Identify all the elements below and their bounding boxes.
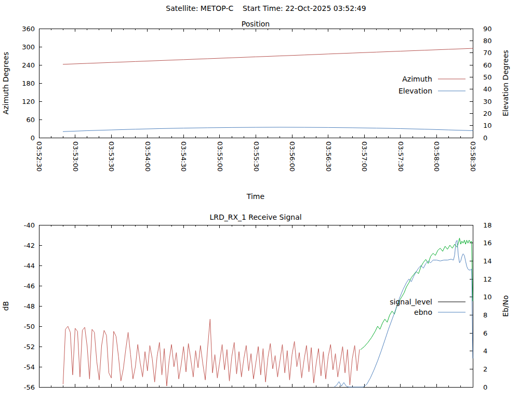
y-right-tick-label: 14	[483, 257, 492, 265]
y-right-tick-label: 8	[483, 311, 487, 319]
y-left-tick-label: -42	[24, 242, 35, 249]
y-left-tick-label: -40	[24, 221, 35, 229]
y-left-tick-label: -56	[24, 383, 35, 391]
y-right-tick-label: 12	[483, 275, 492, 283]
y-right-tick-label: 16	[483, 239, 492, 247]
y-left-tick-label: -48	[24, 302, 35, 310]
y-left-tick-label: -52	[24, 343, 35, 351]
y-right-tick-label: 0	[483, 383, 487, 391]
legend-label-signal_level: signal_level	[390, 298, 432, 306]
chart-title: LRD_RX_1 Receive Signal	[209, 213, 301, 221]
y-left-tick-label: -54	[24, 363, 35, 371]
series-signal_level_locked	[361, 238, 473, 350]
series-signal_level_acquiring	[63, 319, 360, 386]
y-right-axis-title: Eb/No	[501, 295, 510, 317]
legend-label-ebno: ebno	[414, 308, 432, 316]
satellite-tracking-screen: Satellite: METOP-C Start Time: 22-Oct-20…	[0, 0, 532, 399]
y-right-tick-label: 2	[483, 365, 487, 373]
y-right-tick-label: 18	[483, 221, 492, 229]
series-group	[63, 238, 473, 387]
y-left-tick-label: -50	[24, 323, 35, 330]
y-right-tick-label: 10	[483, 293, 492, 301]
y-left-axis-title: dB	[2, 301, 10, 311]
y-left-tick-label: -44	[24, 262, 35, 270]
receive-signal-chart: -56-54-52-50-48-46-44-42-400246810121416…	[0, 0, 532, 399]
y-right-tick-label: 6	[483, 329, 487, 337]
y-right-tick-label: 4	[483, 347, 487, 355]
series-ebno	[334, 241, 473, 388]
legend: signal_levelebno	[390, 298, 466, 316]
y-left-tick-label: -46	[24, 282, 35, 290]
